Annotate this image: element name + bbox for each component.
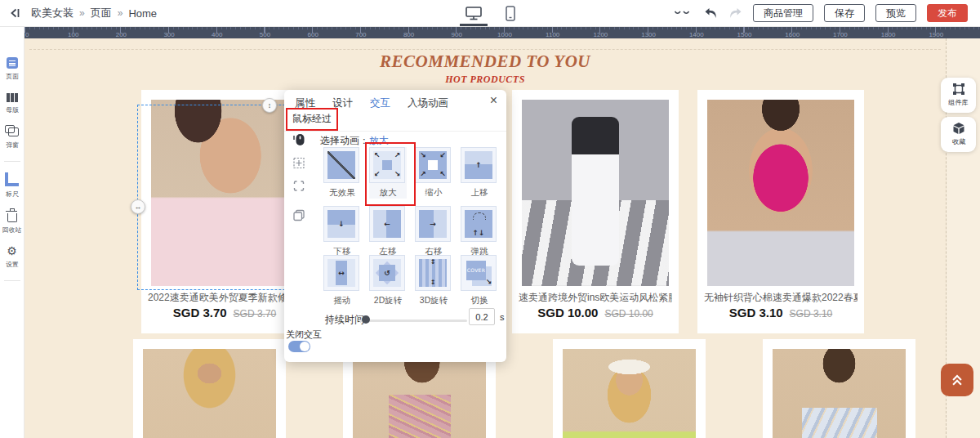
product-price: SGD 10.00 (537, 306, 598, 320)
product-photo[interactable] (151, 100, 298, 286)
product-card[interactable] (763, 339, 915, 438)
favorites-label: 收藏 (951, 137, 964, 147)
panel-tab-properties[interactable]: 属性 (295, 96, 315, 110)
duration-input[interactable]: 0.2 (469, 308, 495, 325)
animation-tile-rotate-3d[interactable]: ↕↕3D旋转 (415, 255, 452, 306)
animation-tile-switch[interactable]: COVER↘切换 (461, 255, 498, 306)
cube-icon (952, 122, 965, 135)
animation-tile-rotate-2d[interactable]: ↺2D旋转 (369, 255, 407, 306)
sidebar-item-settings[interactable]: ⚙设置 (5, 245, 20, 270)
animation-tile-move-down[interactable]: ↓下移 (323, 206, 361, 257)
sidebar-item-label: 弹窗 (6, 141, 18, 150)
mouse-over-subtab[interactable]: 鼠标经过 (292, 112, 332, 126)
product-photo[interactable] (563, 349, 696, 438)
product-card[interactable]: 2022速卖通欧美外贸夏季新款修身型…SGD 3.70SGD 3.70 (141, 90, 308, 333)
close-icon[interactable]: × (490, 94, 497, 107)
product-card[interactable]: 无袖针织背心棉速卖通爆款2022春夏…SGD 3.10SGD 3.10 (697, 90, 864, 333)
breadcrumb-separator: » (118, 7, 123, 19)
animation-tile-shake[interactable]: ↔摇动 (323, 255, 361, 306)
product-card[interactable]: 速卖通跨境外贸ins欧美运动风松紧腰…SGD 10.00SGD 10.00 (512, 90, 679, 333)
favorites-button[interactable]: 收藏 (941, 117, 976, 152)
duration-slider-knob[interactable] (362, 315, 370, 324)
close-interaction-toggle[interactable] (288, 341, 310, 352)
breadcrumb-part[interactable]: Home (128, 7, 157, 20)
ruler-number: 0 (25, 31, 29, 38)
sidebar-item-master[interactable]: 母版 (5, 92, 20, 115)
selection-handle-vertical[interactable]: ↕ (262, 98, 277, 113)
animation-tile-move-right[interactable]: →右移 (415, 206, 452, 257)
ruler-number: 600 (308, 31, 318, 38)
horizontal-ruler[interactable]: 0100200300400500600700800900100011001200… (24, 26, 980, 38)
anim-zoom-in: ↖↗↙↘ (369, 147, 405, 183)
ruler-number: 1400 (689, 31, 704, 38)
animation-tile-move-up[interactable]: ↑上移 (461, 147, 498, 199)
anim-rotate-2d: ↺ (369, 255, 405, 291)
sidebar-item-ruler[interactable]: 标尺 (5, 172, 20, 199)
editor-canvas: 0100200300400500600700800900100011001200… (24, 26, 980, 438)
duration-slider-track[interactable] (359, 320, 467, 322)
anim-switch: COVER↘ (461, 255, 497, 291)
ruler-number: 300 (163, 31, 174, 38)
breadcrumb-part[interactable]: 页面 (91, 6, 112, 20)
ruler-number: 1300 (641, 31, 656, 38)
mobile-view-button[interactable] (506, 0, 515, 26)
undo-icon[interactable] (704, 7, 718, 20)
product-title[interactable]: 无袖针织背心棉速卖通爆款2022春夏… (704, 291, 858, 305)
animation-tile-label: 上移 (457, 186, 503, 198)
product-photo[interactable] (143, 349, 276, 438)
publish-button[interactable]: 发布 (927, 4, 968, 22)
breadcrumb[interactable]: 欧美女装»页面»Home (31, 6, 157, 20)
double-chevron-up-icon (949, 373, 965, 387)
selected-animation-name[interactable]: 放大 (369, 135, 389, 146)
product-photo[interactable] (522, 100, 669, 286)
animation-tile-none[interactable]: 无效果 (323, 147, 361, 199)
sidebar-item-recycle-bin[interactable]: 回收站 (1, 209, 23, 235)
left-sidebar: 页面母版弹窗标尺回收站⚙设置 (0, 26, 24, 438)
ruler-number: 1600 (785, 31, 800, 38)
product-card[interactable] (553, 339, 706, 438)
product-photo[interactable] (353, 349, 486, 438)
interaction-panel: 属性设计交互入场动画 × 鼠标经过 (284, 90, 506, 362)
breadcrumb-part[interactable]: 欧美女装 (31, 6, 74, 20)
select-animation-row: 选择动画：放大 (320, 134, 389, 148)
product-photo[interactable] (707, 100, 854, 286)
animation-tile-bounce[interactable]: ↑↓弹跳 (461, 206, 498, 257)
product-photo[interactable] (773, 349, 906, 438)
back-icon[interactable] (8, 7, 21, 20)
selection-handle-horizontal[interactable]: ↔ (131, 199, 145, 214)
sidebar-item-pages[interactable]: 页面 (5, 57, 20, 82)
animation-tile-label: 放大 (365, 186, 412, 198)
animation-tile-move-left[interactable]: ←左移 (369, 206, 407, 257)
product-title[interactable]: 2022速卖通欧美外贸夏季新款修身型… (148, 291, 301, 305)
animation-tile-zoom-out[interactable]: ↘↙↗↖缩小 (415, 147, 452, 199)
corner-handles-icon[interactable] (293, 180, 305, 192)
redo-icon[interactable] (728, 7, 742, 20)
product-original-price: SGD 3.10 (790, 308, 833, 320)
hero-subtitle[interactable]: HOT PRODUCTS (24, 74, 946, 86)
ruler-number: 200 (116, 31, 127, 38)
panel-tab-entrance-animation[interactable]: 入场动画 (408, 96, 448, 110)
back-to-top-button[interactable] (941, 364, 973, 396)
monitor-icon (465, 6, 483, 20)
hero-title[interactable]: RECOMMENDED TO YOU (24, 51, 946, 72)
ruler-number: 100 (68, 31, 78, 38)
layers-icon[interactable] (293, 209, 305, 221)
sidebar-item-popup[interactable]: 弹窗 (5, 125, 20, 150)
component-library-button[interactable]: 组件库 (941, 78, 976, 113)
preview-button[interactable]: 预览 (875, 4, 916, 22)
save-button[interactable]: 保存 (824, 4, 865, 22)
ruler-number: 1900 (929, 31, 943, 38)
mouse-hover-icon[interactable] (292, 132, 306, 146)
border-style-icon[interactable] (293, 157, 305, 169)
panel-tab-interaction[interactable]: 交互 (370, 96, 390, 110)
topbar-left: 欧美女装»页面»Home (0, 6, 157, 20)
panel-tab-design[interactable]: 设计 (332, 96, 353, 110)
product-management-button[interactable]: 商品管理 (753, 4, 813, 22)
anim-none (323, 147, 359, 183)
product-title[interactable]: 速卖通跨境外贸ins欧美运动风松紧腰… (519, 291, 672, 305)
desktop-view-button[interactable] (465, 0, 483, 26)
animation-tile-zoom-in[interactable]: ↖↗↙↘放大 (369, 147, 407, 199)
squint-eyes-icon[interactable] (674, 9, 690, 17)
product-card[interactable] (133, 339, 286, 438)
ruler-number: 900 (452, 31, 462, 38)
